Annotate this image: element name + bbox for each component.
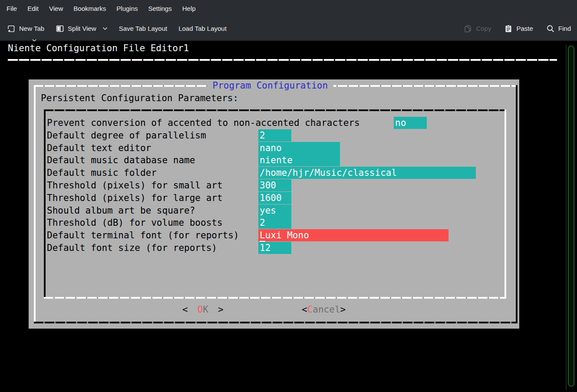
menu-file[interactable]: File [1, 1, 22, 16]
find-button[interactable]: Find [546, 24, 571, 33]
config-row-selected[interactable]: Default terminal font (for reports) Luxi… [44, 229, 504, 241]
config-value-field[interactable]: 1600 [258, 192, 291, 204]
terminal-title-rule [8, 59, 557, 61]
split-view-label: Split View [68, 25, 96, 32]
config-label: Prevent conversion of accented to non-ac… [47, 117, 360, 129]
menu-edit[interactable]: Edit [22, 1, 44, 16]
config-value-field[interactable]: 2 [258, 217, 291, 229]
listbox-border-bottom [44, 297, 506, 299]
config-value-field[interactable]: 12 [258, 242, 291, 254]
config-row[interactable]: Threshold (pixels) for small art 300 [44, 179, 504, 191]
config-label: Default degree of parallelism [47, 129, 206, 142]
config-label: Default font size (for reports) [47, 242, 217, 254]
config-row[interactable]: Threshold (pixels) for large art 1600 [44, 192, 504, 204]
new-tab-icon [7, 24, 16, 33]
config-value-field[interactable]: 2 [258, 129, 291, 142]
save-tab-layout-button[interactable]: Save Tab Layout [119, 25, 167, 32]
cancel-button[interactable]: <Cancel> [302, 303, 346, 316]
config-row[interactable]: Default music database name niente [44, 154, 504, 166]
paste-button[interactable]: Paste [504, 24, 533, 33]
config-value-field[interactable]: nano [258, 142, 340, 154]
menu-bookmarks[interactable]: Bookmarks [68, 1, 111, 16]
listbox-border-right [504, 109, 506, 299]
new-tab-label: New Tab [19, 25, 44, 32]
config-value-field[interactable]: no [394, 117, 427, 129]
config-row[interactable]: Should album art be square? yes [44, 204, 504, 217]
paste-label: Paste [516, 25, 533, 32]
menu-bar: File Edit View Bookmarks Plugins Setting… [0, 0, 577, 16]
config-label: Default terminal font (for reports) [47, 229, 239, 241]
terminal-view[interactable]: Niente Configuration File Editor1 Progra… [0, 41, 577, 391]
save-tab-layout-label: Save Tab Layout [119, 25, 167, 32]
config-row[interactable]: Default text editor nano [44, 142, 504, 154]
listbox-border-top [44, 109, 506, 111]
ok-button[interactable]: <OK> [182, 303, 224, 316]
copy-button[interactable]: Copy [464, 24, 491, 33]
config-value-field[interactable]: /home/hjr/Music/classical [258, 167, 476, 179]
terminal-app-title: Niente Configuration File Editor1 [8, 43, 189, 53]
config-value-field[interactable]: niente [258, 154, 340, 166]
dialog-button-row: <OK> <Cancel> [29, 303, 519, 316]
config-value-field[interactable]: yes [258, 204, 291, 217]
terminal-scrollbar[interactable] [568, 46, 574, 387]
konsole-window: File Edit View Bookmarks Plugins Setting… [0, 0, 577, 392]
copy-label: Copy [476, 25, 491, 32]
config-label: Threshold (dB) for volume boosts [47, 217, 223, 229]
config-label: Default music database name [47, 154, 195, 166]
find-label: Find [558, 25, 571, 32]
config-row[interactable]: Threshold (dB) for volume boosts 2 [44, 217, 504, 229]
config-label: Default text editor [47, 142, 151, 154]
dialog-subtitle: Persistent Configuration Parameters: [41, 93, 238, 103]
new-tab-button[interactable]: New Tab [7, 24, 44, 33]
menu-help[interactable]: Help [177, 1, 201, 16]
dialog-border-right [516, 85, 518, 323]
program-configuration-dialog: Program Configuration Persistent Configu… [29, 79, 519, 329]
menu-view[interactable]: View [44, 1, 68, 16]
dialog-border-left [34, 85, 36, 323]
split-view-button[interactable]: Split View [56, 24, 108, 33]
split-view-icon [56, 24, 64, 33]
dialog-title: Program Configuration [208, 80, 333, 91]
search-icon [546, 24, 555, 33]
load-tab-layout-button[interactable]: Load Tab Layout [178, 25, 227, 32]
config-label: Threshold (pixels) for small art [47, 179, 223, 191]
copy-icon [464, 24, 472, 33]
menu-plugins[interactable]: Plugins [111, 1, 143, 16]
config-value-field[interactable]: 300 [258, 179, 291, 191]
config-listbox: Prevent conversion of accented to non-ac… [44, 109, 506, 299]
split-view-caret-icon[interactable] [102, 27, 108, 30]
dialog-border-bottom [34, 322, 518, 323]
load-tab-layout-label: Load Tab Layout [178, 25, 227, 32]
menu-settings[interactable]: Settings [143, 1, 177, 16]
paste-icon [504, 24, 513, 33]
tool-bar: New Tab Split View [0, 16, 577, 41]
config-row[interactable]: Prevent conversion of accented to non-ac… [44, 117, 504, 129]
scrollbar-track-separator [566, 45, 567, 390]
config-row[interactable]: Default music folder /home/hjr/Music/cla… [44, 167, 504, 179]
config-label: Should album art be square? [47, 204, 195, 217]
config-label: Threshold (pixels) for large art [47, 192, 223, 204]
config-row[interactable]: Default font size (for reports) 12 [44, 242, 504, 254]
config-row[interactable]: Default degree of parallelism 2 [44, 129, 504, 142]
text-cursor [258, 229, 448, 241]
config-label: Default music folder [47, 167, 157, 179]
